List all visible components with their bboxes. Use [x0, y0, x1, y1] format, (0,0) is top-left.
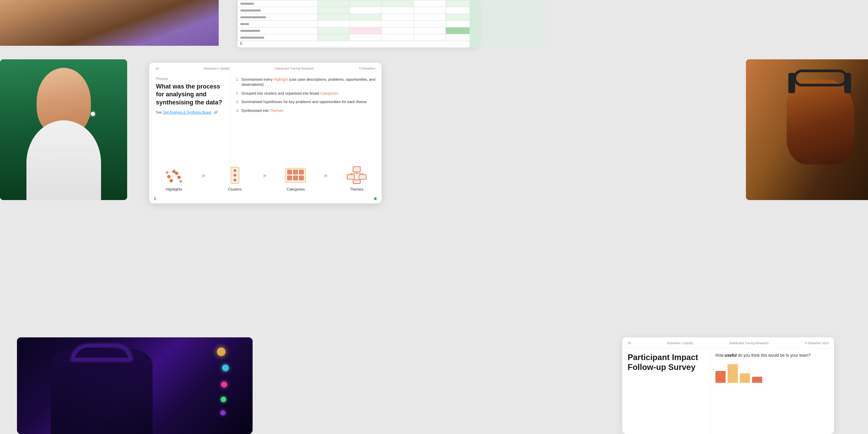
survey-bar-chart [715, 362, 829, 383]
left-photo [0, 59, 127, 200]
clusters-icon [225, 166, 245, 184]
process-diagram: Highlights ▶ Clusters ▶ [149, 163, 381, 195]
card-main-title: What was the process for analysing and s… [156, 83, 225, 106]
svg-point-6 [179, 180, 182, 183]
process-list: Summarised every Highlight (use case des… [236, 77, 376, 113]
svg-rect-21 [359, 175, 366, 179]
right-photo [746, 59, 868, 200]
svg-point-9 [234, 174, 236, 177]
diagram-item-clusters: Clusters [225, 166, 245, 191]
arrow-1: ▶ [202, 173, 206, 178]
link-icon: 🔗 [214, 111, 218, 114]
survey-question: How useful do you think this would be to… [715, 353, 829, 358]
bar-1 [715, 371, 726, 383]
svg-point-5 [166, 171, 169, 174]
list-item-3: Summarised hypotheses for key problems a… [236, 99, 376, 104]
highlight-keyword: Highlight [274, 77, 288, 81]
clusters-label: Clusters [228, 187, 242, 191]
themes-icon [347, 166, 367, 184]
list-item-4: Synthesised into Themes [236, 108, 376, 113]
spreadsheet-e-logo: E [240, 41, 242, 45]
arrow-2: ▶ [263, 173, 267, 178]
arrow-3: ▶ [324, 173, 328, 178]
svg-point-3 [170, 179, 173, 182]
card-page-number: 18 [155, 67, 159, 70]
analysis-board-link[interactable]: See Analysis & Synthesis Board [163, 111, 211, 114]
svg-point-8 [234, 169, 236, 172]
svg-point-4 [175, 172, 178, 175]
card-right-section: Summarised every Highlight (use case des… [231, 73, 381, 163]
bar-4 [752, 377, 762, 383]
svg-point-0 [167, 175, 171, 178]
page-layout: E 18 Elsewhen x Spotify Distributed Trac… [0, 0, 868, 434]
survey-company: Elsewhen x Spotify [667, 341, 693, 345]
svg-rect-16 [293, 175, 298, 180]
top-left-photo [0, 0, 219, 46]
bar-3 [740, 373, 750, 383]
list-item-1: Summarised every Highlight (use case des… [236, 77, 376, 87]
diagram-item-themes: Themes [347, 166, 367, 191]
svg-rect-17 [299, 175, 304, 180]
svg-rect-15 [287, 175, 292, 180]
categories-label: Categories [287, 187, 305, 191]
card-company: Elsewhen x Spotify [204, 67, 230, 70]
svg-rect-12 [287, 170, 292, 174]
survey-copyright: © Elsewhen 2023 [805, 341, 829, 345]
spreadsheet-extension [478, 0, 546, 47]
highlights-icon [164, 166, 184, 184]
list-item-2: Grouped into clusters and organised into… [236, 91, 376, 96]
highlights-label: Highlights [166, 187, 182, 191]
svg-point-2 [177, 176, 181, 179]
card-copyright: © Elsewhen [359, 67, 375, 70]
svg-rect-20 [347, 175, 354, 179]
svg-rect-14 [299, 170, 304, 174]
themes-keyword: Themes [270, 108, 283, 113]
svg-rect-25 [353, 180, 360, 184]
survey-header: 26 Elsewhen x Spotify Distributed Tracin… [622, 337, 834, 348]
card-footer: E [149, 195, 381, 203]
footer-e-logo: E [154, 197, 156, 201]
categories-keyword: Categories [320, 91, 338, 95]
footer-status-dot [374, 197, 377, 200]
survey-title-center: Distributed Tracing Research [729, 341, 769, 345]
card-left-section: Process What was the process for analysi… [149, 73, 231, 163]
main-process-card: 18 Elsewhen x Spotify Distributed Tracin… [149, 63, 381, 203]
card-link-section: See See Analysis & Synthesis Board 🔗 [156, 111, 225, 114]
survey-body: Participant Impact Follow-up Survey How … [622, 348, 834, 434]
survey-card: 26 Elsewhen x Spotify Distributed Tracin… [622, 337, 834, 434]
card-header: 18 Elsewhen x Spotify Distributed Tracin… [149, 63, 381, 73]
bar-2 [728, 364, 738, 383]
svg-point-10 [234, 179, 236, 181]
diagram-item-categories: Categories [285, 166, 306, 191]
spreadsheet-card: E [237, 0, 478, 47]
survey-left: Participant Impact Follow-up Survey [622, 348, 710, 434]
themes-label: Themes [350, 187, 363, 191]
svg-rect-18 [353, 167, 360, 172]
card-title-center: Distributed Tracing Research [275, 67, 314, 70]
process-label: Process [156, 77, 225, 81]
bottom-left-photo [17, 337, 253, 434]
survey-right: How useful do you think this would be to… [710, 348, 834, 434]
survey-title: Participant Impact Follow-up Survey [628, 353, 705, 372]
card-body: Process What was the process for analysi… [149, 73, 381, 163]
svg-rect-13 [293, 170, 298, 174]
diagram-item-highlights: Highlights [164, 166, 184, 191]
survey-page-num: 26 [628, 341, 631, 345]
categories-icon [285, 166, 306, 184]
